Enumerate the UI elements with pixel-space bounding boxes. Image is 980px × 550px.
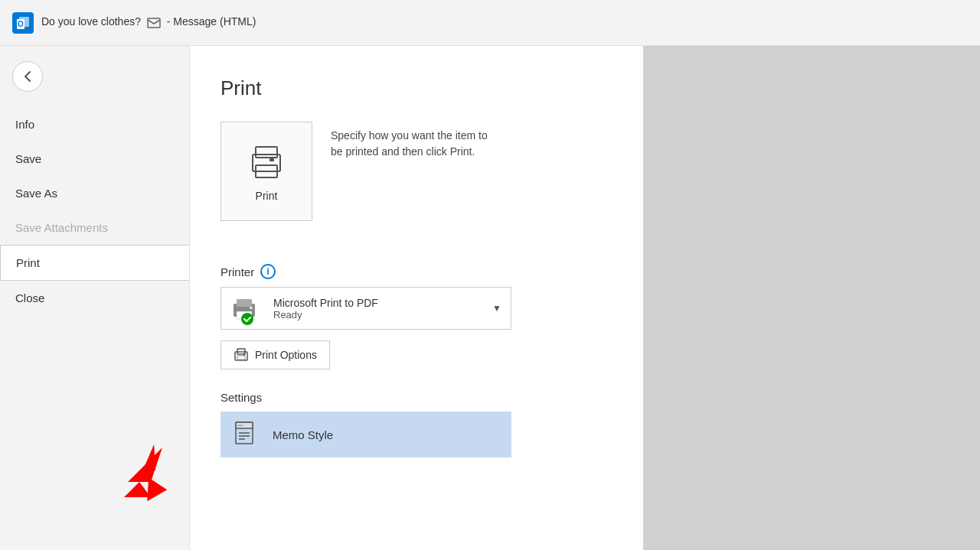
svg-rect-10 [237,299,252,307]
svg-rect-3 [148,18,160,28]
sidebar: Info Save Save As Save Attachments Print… [0,46,190,550]
ready-status-icon [241,313,253,325]
svg-rect-16 [237,356,245,360]
back-button[interactable] [12,61,43,92]
main-layout: Info Save Save As Save Attachments Print… [0,46,980,550]
print-description: Specify how you want the item to be prin… [331,122,499,160]
print-options-icon [234,347,249,363]
sidebar-item-print[interactable]: Print [0,245,189,281]
printer-icon-area: Microsoft Print to PDF Ready [230,295,492,322]
settings-section-label: Settings [220,391,612,404]
printer-info-icon[interactable]: i [260,264,276,279]
red-arrow-annotation [113,436,181,508]
printer-info: Microsoft Print to PDF Ready [273,297,378,321]
print-button-card[interactable]: Print [220,122,312,221]
printer-name: Microsoft Print to PDF [273,297,378,309]
dropdown-arrow-icon: ▼ [492,303,501,314]
svg-point-17 [243,353,246,356]
sidebar-item-save-as[interactable]: Save As [0,176,189,210]
svg-rect-6 [256,147,277,158]
printer-status: Ready [273,309,378,321]
memo-style-button[interactable]: ══ Memo Style [220,412,511,457]
preview-panel [643,46,980,550]
memo-style-label: Memo Style [273,428,333,441]
sidebar-item-save-attachments: Save Attachments [0,210,189,245]
title-bar: O Do you love clothes? - Message (HTML) [0,0,980,46]
title-text: Do you love clothes? - Message (HTML) [41,15,256,29]
memo-style-icon: ══ [233,421,260,448]
svg-rect-12 [250,307,253,309]
svg-text:O: O [18,20,24,28]
print-card-label: Print [256,190,278,202]
sidebar-item-save[interactable]: Save [0,142,189,176]
svg-point-13 [241,313,253,325]
printer-dropdown[interactable]: Microsoft Print to PDF Ready ▼ [220,287,511,330]
print-options-button[interactable]: Print Options [220,340,330,369]
content-area: Print Print Specify how you want the ite… [190,46,643,550]
print-options-label: Print Options [255,349,317,361]
svg-rect-8 [270,158,274,161]
email-icon [147,16,161,30]
svg-text:══: ══ [237,423,243,428]
page-title: Print [220,76,612,100]
print-icon [245,141,288,184]
outlook-icon: O [12,12,34,34]
printer-section-label: Printer i [220,264,612,279]
sidebar-item-info[interactable]: Info [0,107,189,142]
sidebar-item-close[interactable]: Close [0,281,189,315]
